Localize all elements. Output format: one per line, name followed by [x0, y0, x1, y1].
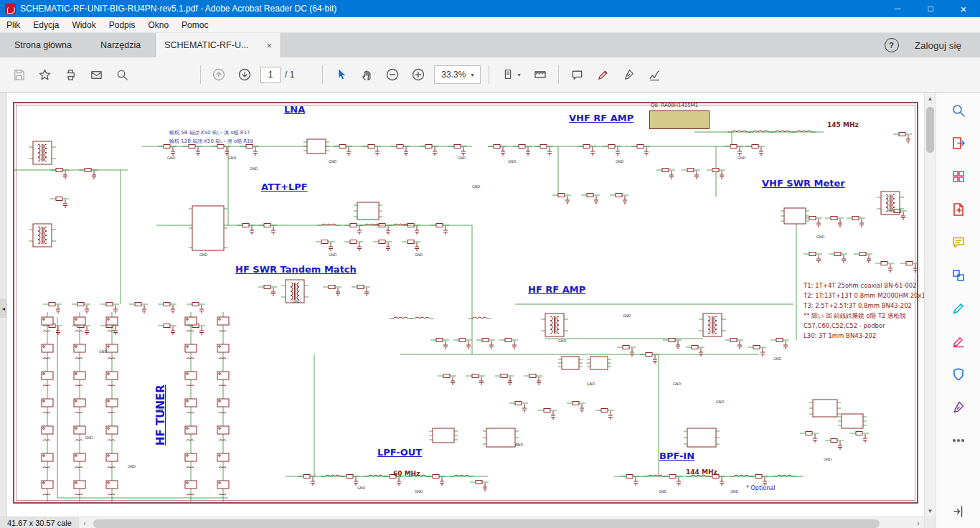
rf-power-module [649, 110, 710, 129]
svg-text:GND: GND [616, 159, 624, 164]
signature-button[interactable] [616, 62, 641, 88]
search-icon [951, 103, 966, 118]
edit-pdf-button[interactable] [946, 296, 971, 321]
svg-text:GND: GND [250, 166, 258, 171]
svg-text:GND: GND [228, 156, 237, 160]
next-page-button[interactable] [232, 62, 258, 88]
comment-bubble-icon [951, 235, 966, 250]
organize-pages-icon [951, 169, 966, 184]
scrollbar-corner [925, 517, 936, 528]
scroll-down-button[interactable]: ▼ [925, 505, 936, 517]
expand-panel-icon [951, 504, 966, 519]
pen-nib-icon [622, 68, 636, 82]
arrow-up-icon [212, 67, 226, 82]
combine-files-icon [951, 268, 966, 283]
search-tool-button[interactable] [946, 98, 971, 123]
horizontal-scrollbar[interactable] [92, 519, 911, 528]
more-dots-icon [951, 433, 966, 448]
arrow-down-icon [237, 67, 252, 82]
scroll-right-button[interactable]: › [913, 519, 924, 527]
collapse-pane-handle[interactable]: ◄ [0, 299, 7, 318]
hand-tool-button[interactable] [354, 62, 380, 88]
ruler-icon [533, 67, 547, 82]
cursor-icon [334, 68, 347, 81]
fill-sign-tool-button[interactable] [946, 395, 971, 420]
help-icon[interactable]: ? [885, 38, 899, 52]
hand-icon [360, 68, 374, 82]
freq-label-60mhz: 60 MHz [393, 470, 420, 477]
zoom-in-button[interactable] [405, 62, 431, 88]
page-number-input[interactable]: 1 [260, 67, 281, 83]
save-button[interactable] [6, 62, 32, 88]
menu-plik[interactable]: Plik [0, 17, 27, 32]
comment-tool-button[interactable] [946, 230, 971, 255]
section-label-hf-swr-tandem: HF SWR Tandem Match [235, 264, 357, 275]
combine-files-button[interactable] [946, 263, 971, 288]
svg-text:GND: GND [773, 357, 782, 361]
svg-text:GND: GND [329, 159, 337, 164]
menu-edycja[interactable]: Edycja [27, 17, 65, 32]
highlighter-icon [951, 334, 966, 349]
save-icon [12, 68, 26, 82]
section-label-lpf-out: LPF-OUT [377, 447, 422, 458]
plus-circle-icon [411, 67, 425, 82]
page-view-button[interactable]: ▾ [494, 62, 527, 88]
comment-button[interactable] [564, 62, 590, 88]
shield-icon [951, 367, 966, 382]
svg-text:GND: GND [472, 184, 481, 189]
print-button[interactable] [57, 62, 83, 88]
signature-scribble-icon [648, 68, 661, 82]
previous-page-button[interactable] [206, 62, 232, 88]
open-tools-pane-button[interactable] [946, 499, 971, 524]
horizontal-scroll-thumb[interactable] [93, 519, 880, 528]
chevron-down-icon: ▾ [517, 72, 520, 78]
tab-tools[interactable]: Narzędzia [86, 33, 155, 57]
zoom-out-button[interactable] [380, 62, 405, 88]
svg-text:GND: GND [623, 314, 631, 318]
tab-home[interactable]: Strona główna [0, 33, 86, 57]
tab-document[interactable]: SCHEMATIC-RF-U... × [155, 33, 281, 57]
menu-widok[interactable]: Widok [65, 17, 102, 32]
sign-in-button[interactable]: Zaloguj się [915, 40, 961, 51]
tab-close-icon[interactable]: × [267, 40, 273, 51]
scroll-left-button[interactable]: ‹ [79, 519, 90, 527]
vertical-scroll-thumb[interactable] [926, 107, 934, 153]
more-tools-button[interactable] [946, 428, 971, 453]
scroll-up-button[interactable]: ▲ [925, 93, 936, 104]
export-pdf-icon [951, 136, 966, 151]
acrobat-logo-icon [5, 4, 16, 14]
maximize-button[interactable]: □ [914, 0, 947, 17]
svg-text:GND: GND [558, 339, 567, 343]
rf-power-module-label: Q8 RA08H1415M1 [651, 103, 698, 108]
menu-okno[interactable]: Okno [141, 17, 175, 32]
minimize-button[interactable]: ─ [881, 0, 914, 17]
select-tool-button[interactable] [328, 62, 354, 88]
title-bar: SCHEMATIC-RF-UNIT-BIG-RU4PN-rev5.1.pdf -… [0, 0, 980, 17]
highlight-button[interactable] [946, 329, 971, 354]
menu-podpis[interactable]: Podpis [103, 17, 142, 32]
pdf-page[interactable]: GNDGNDGNDGNDGNDGNDGNDGNDGNDGNDGNDGNDGNDG… [7, 93, 924, 517]
svg-text:GND: GND [99, 349, 108, 354]
fill-sign-button[interactable] [590, 62, 616, 88]
vertical-scrollbar[interactable]: ▲ ▼ [924, 93, 936, 528]
menu-pomoc[interactable]: Pomoc [175, 17, 215, 32]
favorite-button[interactable] [32, 62, 57, 88]
stamp-button[interactable] [641, 62, 667, 88]
close-button[interactable]: × [947, 0, 980, 17]
left-edge-strip: ◄ [0, 93, 7, 517]
zoom-level-dropdown[interactable]: 33.3% ▾ [434, 65, 481, 84]
tab-document-label: SCHEMATIC-RF-U... [164, 40, 248, 50]
create-pdf-button[interactable] [946, 197, 971, 222]
organize-pages-button[interactable] [946, 164, 971, 189]
single-page-icon [501, 68, 514, 81]
section-label-hf-rf-amp: HF RF AMP [528, 284, 585, 295]
find-button[interactable] [109, 62, 135, 88]
protect-pdf-button[interactable] [946, 362, 971, 387]
freq-label-145mhz: 145 MHz [827, 121, 859, 128]
svg-text:GND: GND [738, 156, 746, 160]
page-display-button[interactable] [527, 62, 553, 88]
pen-nib-icon [951, 400, 966, 415]
svg-text:GND: GND [415, 489, 423, 494]
export-pdf-button[interactable] [946, 131, 971, 156]
email-button[interactable] [83, 62, 109, 88]
